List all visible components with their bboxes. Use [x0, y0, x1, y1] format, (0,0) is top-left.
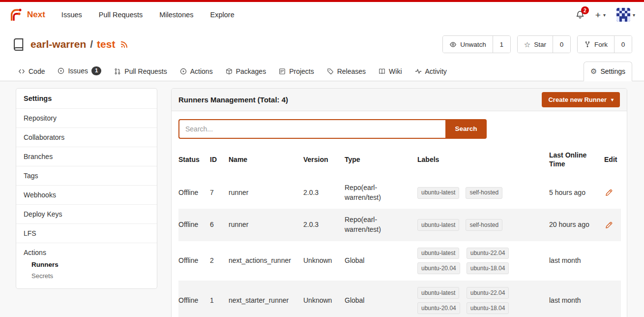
forks-count[interactable]: 0: [614, 36, 632, 53]
runner-status: Offline: [178, 281, 210, 317]
notifications-button[interactable]: 2: [576, 10, 585, 19]
search-button[interactable]: Search: [445, 119, 487, 139]
stars-count[interactable]: 0: [553, 36, 570, 53]
tab-issues[interactable]: Issues 1: [51, 61, 108, 81]
tab-label: Issues: [68, 67, 88, 75]
sidebar-item-collaborators[interactable]: Collaborators: [16, 127, 157, 147]
search-row: Search: [178, 119, 620, 139]
nav-milestones[interactable]: Milestones: [151, 11, 202, 19]
sidebar-item-deploy-keys[interactable]: Deploy Keys: [16, 204, 157, 223]
tab-wiki[interactable]: Wiki: [372, 62, 408, 81]
unwatch-button[interactable]: Unwatch: [443, 36, 493, 53]
runner-type: Repo(earl-warren/test): [345, 209, 417, 241]
sidebar-item-branches[interactable]: Branches: [16, 147, 157, 166]
runner-edit-cell: [604, 241, 621, 281]
runner-last-online: last month: [549, 281, 604, 317]
sidebar-title: Settings: [16, 89, 157, 108]
tab-label: Code: [29, 67, 45, 75]
runner-last-online: 5 hours ago: [549, 177, 604, 209]
runner-label: ubuntu-18.04: [467, 302, 509, 314]
star-icon: ☆: [524, 41, 530, 48]
eye-icon: [449, 41, 457, 48]
runner-label: ubuntu-18.04: [467, 262, 509, 274]
repo-icon: [12, 38, 25, 51]
runner-version: 2.0.3: [303, 209, 345, 241]
runner-row: Offline 2 next_actions_runner Unknown Gl…: [178, 241, 621, 281]
code-icon: [18, 68, 25, 75]
runners-table-body: Offline 7 runner 2.0.3 Repo(earl-warren/…: [178, 177, 621, 317]
sidebar-item-webhooks[interactable]: Webhooks: [16, 185, 157, 204]
runner-label: ubuntu-latest: [417, 219, 459, 231]
runner-type: Repo(earl-warren/test): [345, 177, 417, 209]
star-button[interactable]: ☆ Star: [518, 36, 553, 53]
issue-opened-icon: [58, 67, 64, 74]
plus-icon: +: [595, 10, 601, 20]
tab-code[interactable]: Code: [12, 62, 51, 81]
nav-pull-requests[interactable]: Pull Requests: [90, 11, 151, 19]
runner-id: 6: [210, 209, 229, 241]
runner-name: next_actions_runner: [229, 241, 303, 281]
issues-count-badge: 1: [91, 66, 101, 75]
watchers-count[interactable]: 1: [493, 36, 510, 53]
sidebar-group-actions: Actions Runners Secrets: [16, 243, 157, 288]
runner-name: next_starter_runner: [229, 281, 303, 317]
col-id: ID: [210, 143, 229, 177]
runner-version: Unknown: [303, 241, 345, 281]
chevron-down-icon: ▾: [633, 12, 635, 18]
user-menu[interactable]: ▾: [616, 8, 635, 22]
unwatch-label: Unwatch: [460, 41, 486, 48]
tab-settings[interactable]: ⚙ Settings: [584, 62, 632, 81]
tab-activity[interactable]: Activity: [409, 62, 453, 81]
runner-status: Offline: [178, 209, 210, 241]
fork-button[interactable]: Fork: [578, 36, 614, 53]
table-header: Status ID Name Version Type Labels Last …: [178, 143, 621, 177]
tab-projects[interactable]: Projects: [272, 62, 321, 81]
runner-edit-cell: [604, 177, 621, 209]
runner-label: self-hosted: [466, 219, 502, 231]
repo-header: earl-warren / test Unwatch 1 ☆ Sta: [0, 28, 644, 59]
page: Next Issues Pull Requests Milestones Exp…: [0, 0, 644, 317]
pull-request-icon: [114, 68, 121, 75]
repo-name-link[interactable]: test: [97, 38, 115, 50]
sidebar-item-secrets[interactable]: Secrets: [24, 270, 149, 282]
brand-name: Next: [27, 10, 45, 20]
col-type: Type: [345, 143, 417, 177]
nav-explore[interactable]: Explore: [202, 11, 243, 19]
runner-type: Global: [345, 241, 417, 281]
tab-releases[interactable]: Releases: [321, 62, 372, 81]
sidebar-item-tags[interactable]: Tags: [16, 166, 157, 185]
runner-label: ubuntu-22.04: [467, 248, 509, 259]
tab-label: Pull Requests: [124, 67, 167, 75]
create-new-runner-button[interactable]: Create new Runner ▾: [542, 92, 620, 107]
repo-tabbar: Code Issues 1 Pull Requests Actions Pack…: [0, 59, 644, 81]
sidebar-item-repository[interactable]: Repository: [16, 108, 157, 127]
tag-icon: [327, 68, 334, 75]
chevron-down-icon: ▾: [611, 97, 614, 102]
repo-title: earl-warren / test: [30, 38, 128, 50]
play-circle-icon: [180, 68, 187, 75]
edit-runner-button[interactable]: [604, 221, 614, 230]
panel-header: Runners Management (Total: 4) Create new…: [172, 89, 627, 111]
panel-body: Search Status ID Name Version Type: [172, 111, 627, 317]
edit-runner-button[interactable]: [604, 188, 614, 197]
runner-label: ubuntu-20.04: [417, 302, 460, 314]
tab-label: Settings: [600, 67, 625, 75]
tab-actions[interactable]: Actions: [174, 62, 219, 81]
search-input[interactable]: [178, 119, 445, 139]
nav-issues[interactable]: Issues: [53, 11, 90, 19]
runner-label: ubuntu-latest: [417, 248, 459, 259]
sidebar-item-lfs[interactable]: LFS: [16, 223, 157, 243]
gear-icon: ⚙: [590, 67, 597, 75]
runner-labels: ubuntu-latestubuntu-22.04ubuntu-20.04ubu…: [417, 287, 509, 314]
sidebar-item-runners[interactable]: Runners: [24, 259, 149, 270]
repo-owner-link[interactable]: earl-warren: [30, 38, 86, 50]
col-labels: Labels: [417, 143, 549, 177]
runner-label: self-hosted: [466, 187, 502, 199]
home-link[interactable]: Next: [9, 7, 45, 22]
tab-label: Packages: [236, 67, 266, 75]
tab-packages[interactable]: Packages: [219, 62, 272, 81]
sidebar-group-actions-label[interactable]: Actions: [24, 249, 149, 259]
tab-pull-requests[interactable]: Pull Requests: [108, 62, 173, 81]
create-new-menu[interactable]: + ▾: [595, 10, 606, 20]
rss-feed-icon[interactable]: [120, 40, 128, 49]
